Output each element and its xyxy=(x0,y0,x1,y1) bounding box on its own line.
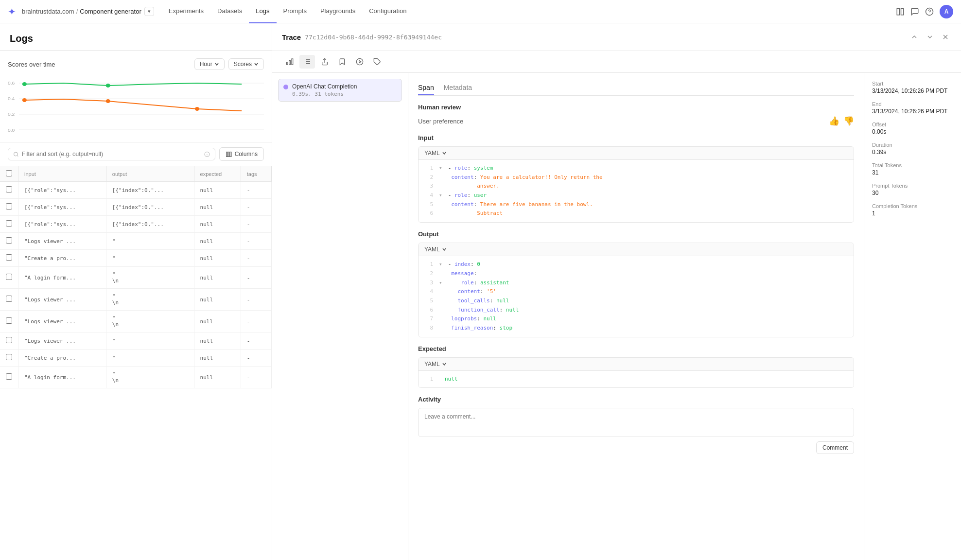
expected-yaml-block: YAML 1 null xyxy=(418,357,854,388)
row-checkbox-cell[interactable] xyxy=(0,216,18,233)
svg-rect-27 xyxy=(292,59,293,65)
thumbs-down-button[interactable]: 👎 xyxy=(843,116,854,126)
search-input-wrap[interactable] xyxy=(8,148,215,160)
row-expected: null xyxy=(194,332,241,350)
table-row[interactable]: "A login form... "\n null - xyxy=(0,267,272,289)
nav-link-experiments[interactable]: Experiments xyxy=(162,0,210,23)
row-checkbox[interactable] xyxy=(6,296,12,302)
row-checkbox-cell[interactable] xyxy=(0,311,18,332)
table-header-expected: expected xyxy=(194,166,241,182)
row-checkbox[interactable] xyxy=(6,254,12,261)
table-row[interactable]: "A login form... "\n null - xyxy=(0,367,272,388)
table-row[interactable]: "Create a pro... " null - xyxy=(0,350,272,367)
table-row[interactable]: [{"role":"sys... [{"index":0,"... null - xyxy=(0,199,272,216)
row-tags: - xyxy=(241,350,271,367)
svg-text:0.2: 0.2 xyxy=(8,112,15,117)
comment-textarea[interactable] xyxy=(418,408,854,437)
row-checkbox[interactable] xyxy=(6,354,12,360)
avatar[interactable]: A xyxy=(940,5,953,18)
row-checkbox-cell[interactable] xyxy=(0,350,18,367)
comment-button[interactable]: Comment xyxy=(816,441,854,454)
table-body: [{"role":"sys... [{"index":0,"... null -… xyxy=(0,182,272,388)
row-checkbox-cell[interactable] xyxy=(0,199,18,216)
brand-dropdown-button[interactable]: ▾ xyxy=(144,7,154,16)
logs-table: input output expected tags [{"role":"sys… xyxy=(0,166,272,388)
table-row[interactable]: [{"role":"sys... [{"index":0,"... null - xyxy=(0,216,272,233)
row-checkbox[interactable] xyxy=(6,337,12,343)
info-icon xyxy=(204,151,210,158)
table-header-output: output xyxy=(106,166,194,182)
select-all-checkbox[interactable] xyxy=(6,170,12,176)
svg-text:0.6: 0.6 xyxy=(8,81,15,86)
row-checkbox[interactable] xyxy=(6,317,12,324)
tab-metadata[interactable]: Metadata xyxy=(444,81,472,95)
nav-link-prompts[interactable]: Prompts xyxy=(277,0,314,23)
table-row[interactable]: "Logs viewer ... "\n null - xyxy=(0,289,272,311)
row-output: " xyxy=(106,233,194,250)
table-header-input: input xyxy=(18,166,106,182)
toolbar-bookmark-button[interactable] xyxy=(334,55,350,69)
row-checkbox-cell[interactable] xyxy=(0,367,18,388)
meta-total-tokens-key: Total Tokens xyxy=(872,162,953,168)
table-row[interactable]: "Create a pro... " null - xyxy=(0,250,272,267)
span-info: OpenAI Chat Completion 0.39s, 31 tokens xyxy=(292,83,357,97)
nav-book-icon-button[interactable] xyxy=(896,7,905,16)
trace-prev-button[interactable] xyxy=(909,31,920,43)
toolbar-play-button[interactable] xyxy=(352,55,367,69)
row-checkbox-cell[interactable] xyxy=(0,233,18,250)
meta-completion-tokens-val: 1 xyxy=(872,210,953,217)
row-tags: - xyxy=(241,233,271,250)
nav-link-playgrounds[interactable]: Playgrounds xyxy=(314,0,362,23)
search-input[interactable] xyxy=(22,151,201,158)
yaml-header-input: YAML xyxy=(419,147,854,160)
thumbs-up-button[interactable]: 👍 xyxy=(829,116,839,126)
brand-base[interactable]: braintrustdata.com xyxy=(22,8,74,15)
chart-title: Scores over time xyxy=(8,61,55,68)
table-row[interactable]: "Logs viewer ... " null - xyxy=(0,332,272,350)
row-checkbox-cell[interactable] xyxy=(0,182,18,199)
trace-close-button[interactable] xyxy=(940,31,951,43)
nav-chat-icon-button[interactable] xyxy=(910,7,919,16)
nav-link-datasets[interactable]: Datasets xyxy=(210,0,249,23)
table-row[interactable]: "Logs viewer ... " null - xyxy=(0,233,272,250)
row-checkbox-cell[interactable] xyxy=(0,332,18,350)
nav-link-configuration[interactable]: Configuration xyxy=(362,0,413,23)
table-row[interactable]: [{"role":"sys... [{"index":0,"... null - xyxy=(0,182,272,199)
toolbar-tag-button[interactable] xyxy=(369,55,385,69)
row-checkbox-cell[interactable] xyxy=(0,267,18,289)
row-checkbox[interactable] xyxy=(6,186,12,192)
brand-project[interactable]: Component generator xyxy=(80,8,141,15)
row-input: "A login form... xyxy=(18,267,106,289)
tab-span[interactable]: Span xyxy=(418,81,434,95)
row-checkbox-cell[interactable] xyxy=(0,289,18,311)
row-input: "Logs viewer ... xyxy=(18,233,106,250)
span-item[interactable]: OpenAI Chat Completion 0.39s, 31 tokens xyxy=(278,79,402,102)
row-checkbox[interactable] xyxy=(6,373,12,380)
row-input: [{"role":"sys... xyxy=(18,182,106,199)
svg-text:0.0: 0.0 xyxy=(8,128,15,133)
row-checkbox[interactable] xyxy=(6,237,12,244)
row-checkbox-cell[interactable] xyxy=(0,250,18,267)
row-checkbox[interactable] xyxy=(6,203,12,210)
toolbar-barchart-button[interactable] xyxy=(282,55,297,69)
score-filter-button[interactable]: Scores xyxy=(228,58,264,70)
row-tags: - xyxy=(241,289,271,311)
row-checkbox[interactable] xyxy=(6,220,12,227)
table-row[interactable]: "Logs viewer ... "\n null - xyxy=(0,311,272,332)
trace-next-button[interactable] xyxy=(924,31,936,43)
time-filter-button[interactable]: Hour xyxy=(194,58,225,70)
columns-button[interactable]: Columns xyxy=(219,147,264,161)
yaml-chevron-icon xyxy=(442,151,447,156)
expected-yaml-content: 1 null xyxy=(419,371,854,388)
toolbar-list-button[interactable] xyxy=(299,55,315,69)
trace-body: OpenAI Chat Completion 0.39s, 31 tokens … xyxy=(272,73,961,560)
nav-help-icon-button[interactable] xyxy=(925,7,934,16)
svg-rect-23 xyxy=(228,152,229,157)
row-expected: null xyxy=(194,350,241,367)
toolbar-share-button[interactable] xyxy=(317,55,332,69)
row-checkbox[interactable] xyxy=(6,274,12,280)
nav-link-logs[interactable]: Logs xyxy=(249,0,276,23)
row-expected: null xyxy=(194,250,241,267)
activity-label: Activity xyxy=(418,396,854,403)
meta-prompt-tokens-key: Prompt Tokens xyxy=(872,183,953,189)
